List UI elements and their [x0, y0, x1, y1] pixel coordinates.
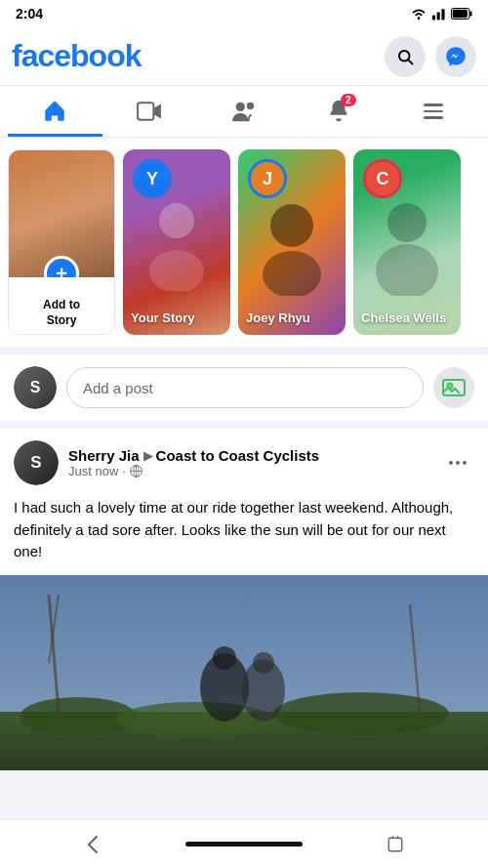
svg-rect-1 — [432, 16, 435, 21]
post-image-svg — [0, 575, 488, 770]
post-more-button[interactable] — [441, 457, 474, 469]
friends-icon — [230, 100, 258, 123]
add-story-image: + — [9, 150, 114, 277]
svg-point-21 — [449, 385, 451, 387]
svg-point-12 — [247, 103, 254, 109]
bottom-nav — [0, 819, 488, 868]
post-text-1: I had such a lovely time at our ride tog… — [0, 497, 488, 575]
svg-point-34 — [253, 652, 274, 674]
post-create-avatar: S — [14, 366, 57, 409]
menu-icon — [424, 103, 443, 119]
messenger-button[interactable] — [435, 36, 476, 77]
rotate-icon — [386, 835, 405, 854]
header-actions — [385, 36, 476, 77]
add-post-label: Add a post — [83, 380, 153, 396]
status-bar: 2:04 — [0, 0, 488, 27]
svg-rect-5 — [469, 11, 472, 16]
nav-tabs: 2 — [0, 86, 488, 138]
search-icon — [396, 48, 414, 65]
status-icons — [410, 7, 472, 21]
joey-story-person — [253, 188, 331, 296]
messenger-icon — [445, 46, 467, 67]
svg-rect-3 — [441, 9, 444, 20]
back-button[interactable] — [0, 820, 185, 868]
svg-point-30 — [273, 692, 449, 735]
tab-notifications[interactable]: 2 — [291, 86, 386, 137]
add-post-button[interactable]: Add a post — [66, 367, 424, 408]
home-indicator[interactable] — [185, 842, 303, 847]
header: facebook — [0, 27, 488, 86]
post-meta-dot: · — [122, 464, 126, 478]
svg-line-8 — [408, 60, 412, 63]
rotate-button[interactable] — [303, 820, 488, 868]
svg-point-18 — [376, 244, 438, 296]
add-story-text: Add toStory — [43, 298, 80, 328]
globe-icon — [130, 465, 142, 477]
stories-section: + Add toStory Y Your Story — [0, 138, 488, 347]
joey-story-label: Joey Rhyu — [246, 310, 338, 325]
chelsea-story-person — [368, 188, 446, 296]
joey-story-card[interactable]: J Joey Rhyu — [238, 149, 346, 335]
your-story-label: Your Story — [131, 310, 223, 325]
svg-rect-38 — [388, 838, 401, 850]
your-story-person — [142, 193, 211, 291]
tab-menu[interactable] — [386, 86, 480, 137]
tab-home[interactable] — [8, 86, 102, 137]
search-button[interactable] — [385, 36, 426, 77]
svg-point-13 — [159, 203, 194, 238]
svg-point-32 — [213, 646, 236, 670]
svg-rect-6 — [453, 10, 468, 18]
signal-icon — [431, 7, 447, 21]
add-story-card[interactable]: + Add toStory — [8, 149, 115, 335]
chelsea-story-label: Chelsea Wells — [361, 310, 453, 325]
svg-point-14 — [149, 250, 204, 291]
video-icon — [137, 101, 162, 122]
svg-rect-2 — [437, 12, 440, 20]
post-direction-arrow: ▶ — [143, 449, 152, 463]
svg-rect-19 — [443, 380, 465, 395]
stories-scroll: + Add toStory Y Your Story — [8, 149, 480, 335]
your-story-avatar: Y — [133, 159, 172, 198]
joey-story-avatar: J — [248, 159, 287, 198]
tab-video[interactable] — [102, 86, 197, 137]
notification-badge: 2 — [341, 94, 356, 106]
post-user-name-1: Sherry Jia ▶ Coast to Coast Cyclists — [68, 447, 431, 464]
wifi-icon — [410, 7, 427, 21]
post-meta-1: Just now · — [68, 464, 431, 478]
add-story-label-area: Add toStory — [9, 277, 114, 335]
post-photo-button[interactable] — [433, 367, 474, 408]
svg-point-15 — [270, 204, 313, 247]
photo-icon — [442, 377, 466, 398]
post-user-info-1: Sherry Jia ▶ Coast to Coast Cyclists Jus… — [68, 447, 431, 478]
chelsea-story-avatar: C — [363, 159, 402, 198]
svg-point-0 — [418, 18, 421, 21]
svg-point-17 — [387, 203, 427, 242]
svg-rect-9 — [138, 103, 153, 119]
app-logo: facebook — [12, 38, 141, 74]
post-user-avatar-1: S — [14, 440, 59, 485]
post-group: Coast to Coast Cyclists — [156, 447, 320, 464]
your-story-card[interactable]: Y Your Story — [123, 149, 230, 335]
status-time: 2:04 — [16, 6, 43, 21]
battery-icon — [451, 8, 472, 20]
chelsea-story-card[interactable]: C Chelsea Wells — [353, 149, 461, 335]
tab-friends[interactable] — [197, 86, 292, 137]
home-icon — [42, 98, 67, 123]
post-time: Just now — [68, 464, 118, 478]
post-author: Sherry Jia — [68, 447, 140, 464]
feed-post-1: S Sherry Jia ▶ Coast to Coast Cyclists J… — [0, 429, 488, 770]
svg-point-16 — [263, 251, 321, 296]
svg-marker-10 — [154, 103, 162, 118]
back-icon — [88, 836, 98, 853]
svg-point-11 — [236, 103, 245, 111]
post-image-1 — [0, 575, 488, 770]
post-header-1: S Sherry Jia ▶ Coast to Coast Cyclists J… — [0, 429, 488, 497]
post-create-section: S Add a post — [0, 354, 488, 421]
